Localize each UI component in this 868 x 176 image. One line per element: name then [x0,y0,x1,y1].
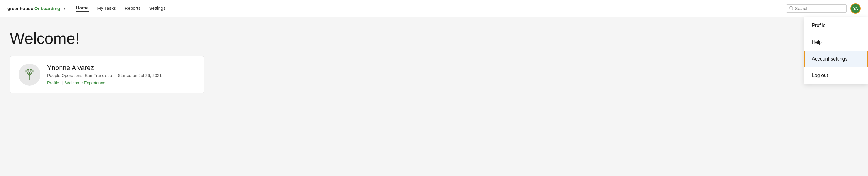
welcome-experience-link[interactable]: Welcome Experience [65,80,105,85]
plant-icon [22,67,37,82]
dropdown-profile[interactable]: Profile [804,17,868,34]
profile-link[interactable]: Profile [47,80,59,85]
nav-right: YA [786,3,861,14]
dropdown-logout[interactable]: Log out [804,67,868,84]
search-box[interactable] [786,4,847,13]
search-icon [789,6,793,11]
svg-line-1 [792,9,793,10]
profile-card: Ynonne Alvarez People Operations, San Fr… [10,56,204,93]
nav-reports[interactable]: Reports [125,5,141,11]
nav-my-tasks[interactable]: My Tasks [97,5,116,11]
avatar-initials: YA [853,6,858,11]
user-avatar[interactable]: YA [850,3,861,14]
nav-links: Home My Tasks Reports Settings [76,5,786,11]
nav-settings[interactable]: Settings [149,5,165,11]
nav-home[interactable]: Home [76,5,89,11]
dropdown-help[interactable]: Help [804,34,868,51]
chevron-down-icon: ▼ [63,6,66,11]
dropdown-account-settings[interactable]: Account settings [804,51,868,67]
welcome-heading: Welcome! [10,29,361,48]
profile-meta: People Operations, San Francisco | Start… [47,73,162,78]
dropdown-menu: Profile Help Account settings Log out [804,17,868,84]
avatar-circle [19,64,40,85]
profile-info: Ynonne Alvarez People Operations, San Fr… [47,64,162,85]
profile-name: Ynonne Alvarez [47,64,162,72]
brand-greenhouse: greenhouse [7,6,33,11]
profile-department: People Operations, San Francisco [47,73,112,78]
profile-start-date: Started on Jul 26, 2021 [118,73,162,78]
navbar: greenhouse Onboarding ▼ Home My Tasks Re… [0,0,868,17]
brand[interactable]: greenhouse Onboarding ▼ [7,6,66,11]
profile-links: Profile | Welcome Experience [47,80,162,85]
divider: | [62,80,63,85]
search-input[interactable] [795,6,843,11]
main-content: Welcome! [0,17,371,100]
brand-onboarding: Onboarding [34,6,60,11]
